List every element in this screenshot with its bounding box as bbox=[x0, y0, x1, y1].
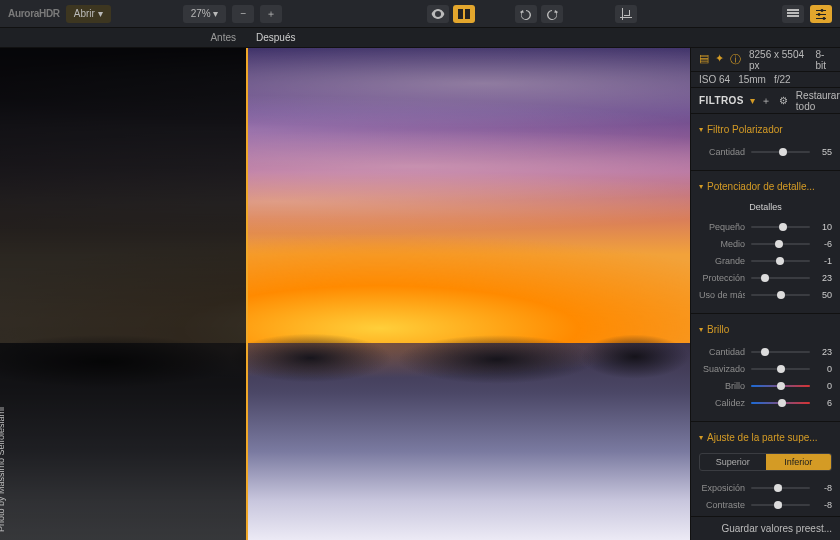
panel-header: FILTROS ▾ ＋ ⚙ Restaurar todo bbox=[691, 88, 840, 114]
svg-rect-0 bbox=[458, 9, 463, 19]
zoom-in-button[interactable]: ＋ bbox=[260, 5, 282, 23]
panel-scroll[interactable]: Filtro Polarizador Cantidad 55 Potenciad… bbox=[691, 114, 840, 516]
svg-rect-1 bbox=[465, 9, 470, 19]
zoom-dropdown[interactable]: 27% ▾ bbox=[183, 5, 227, 23]
meta-iso: ISO 64 bbox=[699, 74, 730, 85]
slider[interactable] bbox=[751, 255, 810, 267]
slider-value: 0 bbox=[816, 381, 832, 391]
image-meta-row-2: ISO 64 15mm f/22 bbox=[691, 72, 840, 88]
segment-superior[interactable]: Superior bbox=[700, 454, 766, 470]
segment-inferior[interactable]: Inferior bbox=[766, 454, 832, 470]
zoom-out-button[interactable]: − bbox=[232, 5, 254, 23]
section-subtitle: Detalles bbox=[699, 202, 832, 212]
open-button[interactable]: Abrir ▾ bbox=[66, 5, 111, 23]
adjust-button[interactable] bbox=[810, 5, 832, 23]
slider-value: 10 bbox=[816, 222, 832, 232]
chevron-down-icon: ▾ bbox=[213, 8, 218, 19]
slider-value: -1 bbox=[816, 256, 832, 266]
segment-control[interactable]: Superior Inferior bbox=[699, 453, 832, 471]
section-detail: Potenciador de detalle... Detalles Peque… bbox=[691, 171, 840, 314]
top-toolbar: AuroraHDR Abrir ▾ 27% ▾ − ＋ bbox=[0, 0, 840, 28]
slider[interactable] bbox=[751, 516, 810, 517]
image-depth: 8-bit bbox=[815, 49, 832, 71]
svg-point-5 bbox=[821, 9, 824, 12]
slider-label: Brillo bbox=[699, 381, 745, 391]
slider[interactable] bbox=[751, 380, 810, 392]
slider-value: 23 bbox=[816, 273, 832, 283]
section-title[interactable]: Brillo bbox=[699, 320, 832, 343]
zoom-value: 27% bbox=[191, 8, 211, 19]
info-icon[interactable]: ⓘ bbox=[730, 52, 741, 67]
image-canvas[interactable]: Photo by Massimo Seifoleslami bbox=[0, 48, 690, 540]
slider-value: 0 bbox=[816, 364, 832, 374]
chevron-down-icon[interactable]: ▾ bbox=[750, 95, 755, 106]
slider-label: Uso de máscara bbox=[699, 290, 745, 300]
chevron-down-icon: ▾ bbox=[98, 8, 103, 19]
svg-point-6 bbox=[818, 13, 821, 16]
slider-row: Cantidad 55 bbox=[699, 143, 832, 160]
slider-label: Calidez bbox=[699, 398, 745, 408]
slider-label: Pequeño bbox=[699, 222, 745, 232]
compare-header: Antes Después bbox=[0, 28, 840, 48]
slider-label: Exposición bbox=[699, 483, 745, 493]
image-meta-row: ▤ ✦ ⓘ 8256 x 5504 px 8-bit bbox=[691, 48, 840, 72]
slider[interactable] bbox=[751, 397, 810, 409]
slider[interactable] bbox=[751, 238, 810, 250]
panel-title: FILTROS bbox=[699, 95, 744, 106]
scope-icon[interactable]: ✦ bbox=[715, 52, 724, 67]
compare-divider[interactable] bbox=[246, 48, 248, 540]
main-area: Photo by Massimo Seifoleslami ▤ ✦ ⓘ 8256… bbox=[0, 48, 840, 540]
panel-footer: Guardar valores preest... bbox=[691, 516, 840, 540]
slider-value: -8 bbox=[816, 483, 832, 493]
slider-label: Contraste bbox=[699, 500, 745, 510]
slider[interactable] bbox=[751, 346, 810, 358]
slider[interactable] bbox=[751, 221, 810, 233]
slider[interactable] bbox=[751, 499, 810, 511]
open-label: Abrir bbox=[74, 8, 95, 19]
reset-all-button[interactable]: Restaurar todo bbox=[796, 90, 840, 112]
slider-value: 50 bbox=[816, 290, 832, 300]
svg-point-7 bbox=[823, 17, 826, 20]
before-dim bbox=[0, 48, 246, 540]
slider-label: Grande bbox=[699, 256, 745, 266]
redo-button[interactable] bbox=[541, 5, 563, 23]
slider[interactable] bbox=[751, 289, 810, 301]
svg-rect-2 bbox=[787, 12, 799, 14]
slider-value: 23 bbox=[816, 347, 832, 357]
before-label: Antes bbox=[0, 32, 246, 43]
histogram-icon[interactable]: ▤ bbox=[699, 52, 709, 67]
slider-label: Cantidad bbox=[699, 147, 745, 157]
meta-focal: 15mm bbox=[738, 74, 766, 85]
after-label: Después bbox=[246, 32, 446, 43]
slider-label: Protección bbox=[699, 273, 745, 283]
section-ajuste: Ajuste de la parte supe... Superior Infe… bbox=[691, 422, 840, 516]
add-filter-button[interactable]: ＋ bbox=[761, 94, 771, 108]
slider-label: Medio bbox=[699, 239, 745, 249]
slider[interactable] bbox=[751, 482, 810, 494]
photo-attribution: Photo by Massimo Seifoleslami bbox=[0, 407, 6, 532]
section-title[interactable]: Potenciador de detalle... bbox=[699, 177, 832, 200]
compare-toggle-button[interactable] bbox=[453, 5, 475, 23]
slider[interactable] bbox=[751, 363, 810, 375]
slider[interactable] bbox=[751, 272, 810, 284]
slider-label: Cantidad bbox=[699, 347, 745, 357]
section-polarizer: Filtro Polarizador Cantidad 55 bbox=[691, 114, 840, 171]
slider-value: -6 bbox=[816, 239, 832, 249]
layers-button[interactable] bbox=[782, 5, 804, 23]
section-brillo: Brillo Cantidad23 Suavizado0 Brillo0 Cal… bbox=[691, 314, 840, 422]
crop-button[interactable] bbox=[615, 5, 637, 23]
section-title[interactable]: Ajuste de la parte supe... bbox=[699, 428, 832, 451]
meta-aperture: f/22 bbox=[774, 74, 791, 85]
section-title[interactable]: Filtro Polarizador bbox=[699, 120, 832, 143]
undo-button[interactable] bbox=[515, 5, 537, 23]
preview-eye-button[interactable] bbox=[427, 5, 449, 23]
slider-label: Suavizado bbox=[699, 364, 745, 374]
image-dims: 8256 x 5504 px bbox=[749, 49, 807, 71]
slider-cantidad[interactable] bbox=[751, 146, 810, 158]
save-preset-button[interactable]: Guardar valores preest... bbox=[721, 523, 832, 534]
slider-value: 6 bbox=[816, 398, 832, 408]
svg-rect-4 bbox=[787, 9, 799, 11]
gear-icon[interactable]: ⚙ bbox=[779, 95, 788, 106]
filters-panel: ▤ ✦ ⓘ 8256 x 5504 px 8-bit ISO 64 15mm f… bbox=[690, 48, 840, 540]
app-logo: AuroraHDR bbox=[8, 8, 60, 19]
